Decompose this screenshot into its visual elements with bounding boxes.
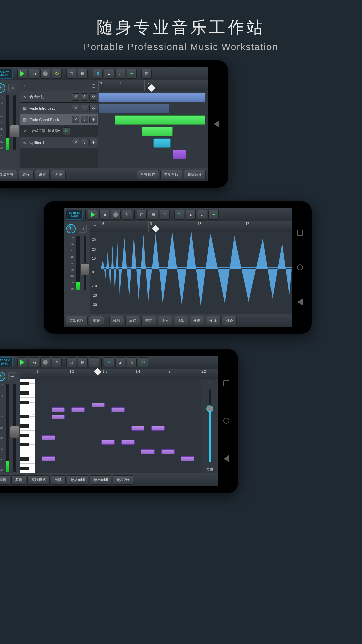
- master-fader[interactable]: [10, 125, 19, 137]
- expand-icon[interactable]: ⇥: [8, 84, 16, 92]
- chord-dropdown[interactable]: 无和弦 ▾: [113, 475, 133, 485]
- snap-button[interactable]: ↤: [138, 357, 148, 367]
- play-button[interactable]: [17, 69, 27, 79]
- back-button[interactable]: [214, 121, 219, 127]
- midi-note[interactable]: [92, 402, 105, 407]
- audio-ops-button[interactable]: 音频操作: [137, 170, 159, 179]
- multi-select-button[interactable]: 多选: [11, 475, 26, 485]
- piano-button[interactable]: ▥: [141, 69, 152, 79]
- home-button[interactable]: [223, 418, 229, 424]
- collapse-button[interactable]: ⊙: [91, 83, 96, 89]
- midi-note[interactable]: [42, 435, 55, 440]
- master-fader[interactable]: [10, 426, 19, 438]
- mute-button[interactable]: M: [72, 116, 79, 123]
- mute-button[interactable]: M: [72, 93, 79, 101]
- undo-button[interactable]: 撤销: [89, 316, 104, 325]
- master-fader[interactable]: [80, 263, 90, 275]
- support-button[interactable]: 客服: [51, 170, 66, 179]
- metronome-button[interactable]: ▲: [186, 210, 196, 220]
- delete-clip-button[interactable]: 删除音段: [184, 170, 206, 179]
- expand-icon[interactable]: ⇥: [8, 372, 16, 380]
- mixer-button[interactable]: ⇅: [93, 69, 103, 79]
- loop-button[interactable]: ↻: [122, 210, 132, 220]
- reverse-button[interactable]: 反转: [125, 316, 140, 325]
- mute-button[interactable]: M: [72, 105, 79, 112]
- overview-button[interactable]: [223, 380, 229, 386]
- clip[interactable]: [98, 104, 169, 113]
- bpm-display[interactable]: 90 BPM 4/4拍: [66, 210, 83, 220]
- export-midi-button[interactable]: 导出midi: [90, 475, 111, 485]
- expand-icon[interactable]: ⇥: [79, 225, 87, 233]
- folder-button[interactable]: ▢: [66, 357, 76, 367]
- track-settings-button[interactable]: ⚙: [89, 139, 97, 146]
- power-button[interactable]: ⏻: [63, 127, 70, 135]
- back-button[interactable]: [224, 455, 229, 462]
- record-button[interactable]: [40, 357, 50, 367]
- fadeout-button[interactable]: 淡出: [174, 316, 188, 325]
- solo-button[interactable]: S: [81, 93, 88, 101]
- folder-button[interactable]: ▢: [137, 210, 147, 220]
- back-button[interactable]: [297, 299, 303, 305]
- snap-button[interactable]: ↤: [208, 210, 219, 220]
- bpm-display[interactable]: 142 BPM 4/4拍: [0, 357, 13, 367]
- solo-button[interactable]: S: [81, 105, 88, 112]
- align-button[interactable]: 对齐: [222, 316, 237, 325]
- midi-note[interactable]: [42, 456, 55, 461]
- speed-button[interactable]: 变速: [206, 316, 221, 325]
- rewind-button[interactable]: ⏮: [29, 69, 39, 79]
- midi-note[interactable]: [111, 407, 125, 412]
- track-row[interactable]: ▦ Fade Intro Lead M S ⚙: [20, 103, 98, 114]
- midi-note[interactable]: [161, 449, 175, 454]
- metronome-button[interactable]: ▲: [115, 357, 125, 367]
- track-settings-button[interactable]: ⚙: [89, 93, 97, 101]
- export-selection-button[interactable]: 导出选区: [66, 316, 88, 325]
- loop-button[interactable]: ↻: [52, 357, 62, 367]
- solo-button[interactable]: S: [81, 116, 88, 123]
- ruler[interactable]: ← 1 1.2 1.3 1.4 2 2.2: [20, 369, 218, 379]
- box-select-button[interactable]: 框选: [0, 475, 10, 485]
- pan-knob[interactable]: [66, 224, 76, 233]
- track-row[interactable]: ▦ Fade Chord Pluck M S ⚙: [20, 114, 98, 125]
- clip[interactable]: [98, 93, 205, 102]
- tutorial-button[interactable]: 教程: [19, 170, 34, 179]
- track-row[interactable]: ↗ 合成乐器 - 滤波器 ▾ ⏻: [20, 125, 98, 137]
- midi-note[interactable]: [131, 426, 145, 431]
- timeline[interactable]: 9 13 17 21: [98, 80, 208, 168]
- save-button[interactable]: ▤: [78, 69, 88, 79]
- clip[interactable]: [153, 138, 171, 148]
- midi-note[interactable]: [52, 415, 65, 419]
- save-button[interactable]: ▤: [78, 357, 88, 367]
- midi-note[interactable]: [121, 440, 135, 445]
- midi-note[interactable]: [52, 407, 65, 412]
- clip[interactable]: [173, 150, 186, 159]
- piano-roll-grid[interactable]: [35, 379, 201, 473]
- preset-dropdown[interactable]: 合成乐器 - 滤波器 ▾: [29, 128, 62, 134]
- play-button[interactable]: [88, 210, 98, 220]
- notes-button[interactable]: ♫: [115, 69, 125, 79]
- pan-knob[interactable]: [0, 372, 5, 381]
- mixer-button[interactable]: ⇅: [174, 210, 184, 220]
- piano-keyboard[interactable]: C4: [20, 379, 35, 473]
- pan-knob[interactable]: [0, 83, 5, 93]
- track-row[interactable]: ∿ 合成吉他 M S ⚙: [20, 91, 98, 103]
- midi-note[interactable]: [151, 426, 165, 431]
- folder-button[interactable]: ▢: [66, 69, 76, 79]
- snap-button[interactable]: ↤: [127, 69, 137, 79]
- play-button[interactable]: [17, 357, 27, 367]
- add-track-button[interactable]: +: [23, 83, 26, 89]
- notes-button[interactable]: ♫: [197, 210, 207, 220]
- file-button[interactable]: ▯: [89, 357, 99, 367]
- mixer-button[interactable]: ⇅: [104, 357, 114, 367]
- delete-button[interactable]: 删除: [51, 475, 66, 485]
- mute-button[interactable]: M: [72, 139, 79, 146]
- save-button[interactable]: ▤: [148, 210, 158, 220]
- crop-button[interactable]: 裁剪: [109, 316, 124, 325]
- gain-button[interactable]: 增益: [141, 316, 156, 325]
- fadein-button[interactable]: 淡入: [158, 316, 172, 325]
- pitch-button[interactable]: 变调: [190, 316, 204, 325]
- copy-clip-button[interactable]: 复制音段: [160, 170, 182, 179]
- settings-button[interactable]: 设置: [35, 170, 50, 179]
- file-button[interactable]: ▯: [160, 210, 170, 220]
- midi-note[interactable]: [71, 407, 85, 412]
- copy-mode-button[interactable]: 复制模式: [27, 475, 50, 485]
